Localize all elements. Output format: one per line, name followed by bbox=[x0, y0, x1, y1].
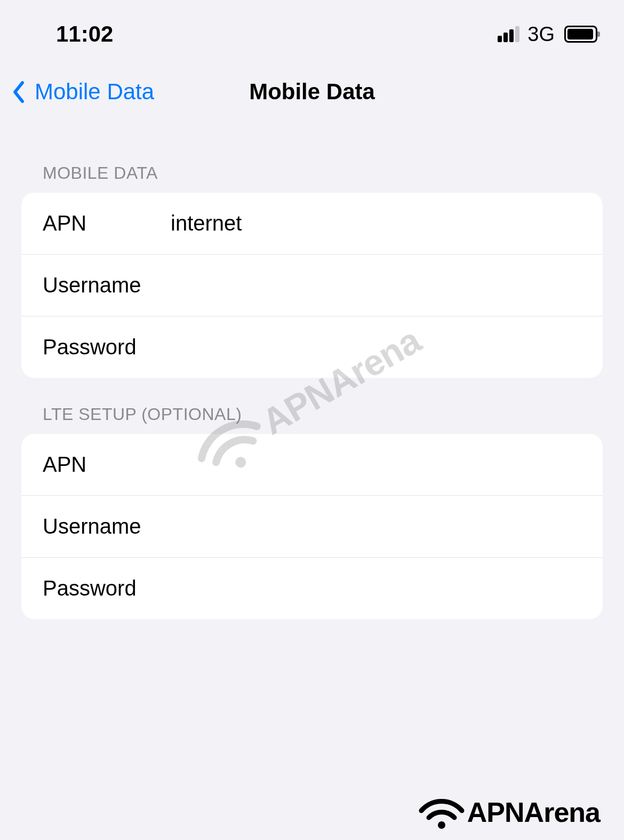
status-time: 11:02 bbox=[56, 21, 113, 47]
row-lte-password[interactable]: Password bbox=[21, 558, 603, 619]
row-username[interactable]: Username bbox=[21, 255, 603, 316]
svg-point-1 bbox=[438, 821, 445, 829]
navigation-bar: Mobile Data Mobile Data bbox=[0, 58, 624, 137]
lte-username-input[interactable] bbox=[171, 514, 581, 538]
row-label: Password bbox=[43, 576, 171, 600]
row-label: APN bbox=[43, 453, 171, 477]
row-label: Username bbox=[43, 273, 171, 297]
section-header-mobile-data: MOBILE DATA bbox=[0, 137, 624, 193]
lte-password-input[interactable] bbox=[171, 576, 581, 600]
back-button[interactable]: Mobile Data bbox=[11, 79, 154, 105]
back-button-label: Mobile Data bbox=[35, 79, 154, 105]
apn-input[interactable] bbox=[171, 211, 581, 235]
network-type-label: 3G bbox=[527, 23, 555, 46]
status-bar: 11:02 3G bbox=[0, 0, 624, 58]
row-label: Username bbox=[43, 514, 171, 538]
row-label: APN bbox=[43, 211, 171, 235]
chevron-left-icon bbox=[11, 80, 27, 104]
wifi-icon bbox=[418, 795, 465, 829]
row-password[interactable]: Password bbox=[21, 316, 603, 378]
signal-icon bbox=[498, 26, 519, 42]
row-apn[interactable]: APN bbox=[21, 193, 603, 255]
password-input[interactable] bbox=[171, 335, 581, 359]
row-lte-username[interactable]: Username bbox=[21, 496, 603, 558]
section-group-lte-setup: APN Username Password bbox=[21, 434, 603, 619]
username-input[interactable] bbox=[171, 273, 581, 297]
page-title: Mobile Data bbox=[249, 79, 375, 105]
row-lte-apn[interactable]: APN bbox=[21, 434, 603, 496]
watermark-text: APNArena bbox=[467, 796, 600, 828]
battery-icon bbox=[564, 26, 597, 43]
status-right: 3G bbox=[498, 23, 597, 46]
row-label: Password bbox=[43, 335, 171, 359]
watermark-bottom: APNArena bbox=[418, 795, 600, 829]
lte-apn-input[interactable] bbox=[171, 453, 581, 477]
section-group-mobile-data: APN Username Password bbox=[21, 193, 603, 378]
section-header-lte-setup: LTE SETUP (OPTIONAL) bbox=[0, 378, 624, 434]
